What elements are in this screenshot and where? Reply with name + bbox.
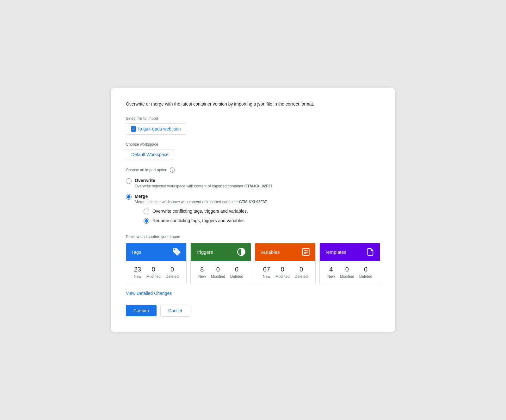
tags-card-header: Tags	[126, 243, 186, 261]
templates-card-header: Templates	[320, 243, 380, 261]
overwrite-radio[interactable]	[126, 178, 132, 184]
variables-new-stat: 67 New	[263, 266, 270, 279]
file-select-label: Select file to import	[126, 116, 380, 121]
variables-card-body: 67 New 0 Modified 0 Deleted	[255, 261, 315, 284]
variables-deleted-stat: 0 Deleted	[295, 266, 308, 279]
merge-radio[interactable]	[126, 194, 132, 200]
file-icon	[131, 126, 136, 132]
variables-modified-stat: 0 Modified	[275, 266, 290, 279]
triggers-card-header: Triggers	[191, 243, 251, 261]
tags-new-label: New	[134, 274, 141, 279]
svg-rect-2	[132, 129, 135, 129]
svg-rect-3	[132, 130, 134, 130]
triggers-card: Triggers 8 New 0 Modified	[190, 243, 251, 284]
rename-conflicts-label[interactable]: Rename conflicting tags, triggers and va…	[152, 218, 246, 223]
templates-deleted-label: Deleted	[359, 274, 372, 279]
workspace-label: Choose workspace	[126, 142, 380, 147]
tags-new-number: 23	[134, 266, 141, 273]
triggers-new-number: 8	[198, 266, 206, 273]
help-icon[interactable]: ?	[170, 167, 175, 173]
variables-icon	[301, 247, 310, 256]
tags-modified-stat: 0 Modified	[146, 266, 161, 279]
templates-title: Templates	[325, 249, 346, 255]
merge-desc: Merge selected workspace with content of…	[135, 200, 267, 204]
tags-deleted-label: Deleted	[166, 274, 179, 279]
variables-card-header: Variables	[255, 243, 315, 261]
actions-row: Confirm Cancel	[126, 305, 380, 317]
variables-deleted-label: Deleted	[295, 274, 308, 279]
rename-conflicts-radio[interactable]	[144, 218, 149, 224]
confirm-button[interactable]: Confirm	[126, 305, 157, 316]
merge-option: Merge Merge selected workspace with cont…	[126, 193, 380, 227]
variables-title: Variables	[260, 249, 280, 255]
tags-title: Tags	[131, 249, 141, 255]
tags-card: Tags 23 New 0 Modified 0	[126, 243, 187, 284]
preview-section: Preview and confirm your import Tags 23 …	[126, 234, 380, 284]
templates-new-label: New	[327, 274, 335, 279]
templates-modified-stat: 0 Modified	[340, 266, 354, 279]
overwrite-option: Overwrite Overwrite selected workspace w…	[126, 178, 380, 188]
triggers-modified-number: 0	[211, 266, 225, 273]
tags-deleted-number: 0	[166, 266, 179, 273]
svg-rect-7	[304, 252, 308, 253]
cards-row: Tags 23 New 0 Modified 0	[126, 243, 380, 284]
triggers-deleted-label: Deleted	[230, 274, 243, 279]
rename-conflicts-option: Rename conflicting tags, triggers and va…	[144, 217, 267, 224]
overwrite-desc: Overwrite selected workspace with conten…	[135, 184, 273, 188]
tags-deleted-stat: 0 Deleted	[166, 266, 179, 279]
triggers-modified-label: Modified	[211, 274, 225, 279]
sub-options: Overwrite conflicting tags, triggers and…	[144, 208, 267, 224]
templates-modified-label: Modified	[340, 274, 354, 279]
triggers-new-label: New	[198, 274, 206, 279]
variables-new-label: New	[263, 274, 270, 279]
svg-rect-1	[132, 128, 135, 128]
variables-card: Variables 67 New 0 Modified	[255, 243, 316, 284]
triggers-deleted-stat: 0 Deleted	[230, 266, 243, 279]
templates-icon	[366, 247, 375, 256]
templates-modified-number: 0	[340, 266, 354, 273]
triggers-new-stat: 8 New	[198, 266, 206, 279]
intro-text: Overwrite or merge with the latest conta…	[126, 101, 380, 107]
templates-card-body: 4 New 0 Modified 0 Deleted	[320, 261, 380, 284]
variables-modified-number: 0	[275, 266, 290, 273]
templates-deleted-stat: 0 Deleted	[359, 266, 372, 279]
import-option-section: Choose an import option ? Overwrite Over…	[126, 167, 380, 227]
templates-new-number: 4	[327, 266, 335, 273]
file-select-button[interactable]: fb-ga4-gads-web.json	[126, 123, 186, 135]
workspace-name: Default Workspace	[131, 152, 169, 157]
triggers-modified-stat: 0 Modified	[211, 266, 225, 279]
import-dialog: Overwrite or merge with the latest conta…	[111, 88, 395, 332]
tags-modified-number: 0	[146, 266, 161, 273]
variables-new-number: 67	[263, 266, 270, 273]
variables-deleted-number: 0	[295, 266, 308, 273]
overwrite-label[interactable]: Overwrite	[135, 178, 155, 183]
merge-label[interactable]: Merge	[135, 194, 148, 199]
cancel-button[interactable]: Cancel	[160, 305, 190, 317]
overwrite-conflicts-label[interactable]: Overwrite conflicting tags, triggers and…	[152, 209, 248, 214]
overwrite-conflicts-radio[interactable]	[144, 209, 149, 214]
view-changes-link[interactable]: View Detailed Changes	[126, 291, 172, 296]
overwrite-conflicts-option: Overwrite conflicting tags, triggers and…	[144, 208, 267, 214]
triggers-deleted-number: 0	[230, 266, 243, 273]
triggers-card-body: 8 New 0 Modified 0 Deleted	[191, 261, 251, 284]
file-name: fb-ga4-gads-web.json	[138, 126, 181, 131]
templates-card: Templates 4 New 0 Modified 0	[319, 243, 380, 284]
tags-new-stat: 23 New	[134, 266, 141, 279]
tags-modified-label: Modified	[146, 274, 161, 279]
preview-label: Preview and confirm your import	[126, 234, 380, 239]
variables-modified-label: Modified	[275, 274, 290, 279]
triggers-icon	[237, 247, 246, 256]
tags-card-body: 23 New 0 Modified 0 Deleted	[126, 261, 186, 284]
workspace-section: Choose workspace Default Workspace	[126, 142, 380, 160]
import-option-header: Choose an import option ?	[126, 167, 380, 173]
triggers-title: Triggers	[196, 249, 213, 255]
tags-icon	[172, 247, 181, 256]
svg-rect-8	[304, 253, 306, 254]
templates-deleted-number: 0	[359, 266, 372, 273]
templates-new-stat: 4 New	[327, 266, 335, 279]
import-option-label: Choose an import option	[126, 168, 167, 172]
svg-rect-6	[304, 250, 308, 251]
workspace-button[interactable]: Default Workspace	[126, 149, 174, 160]
